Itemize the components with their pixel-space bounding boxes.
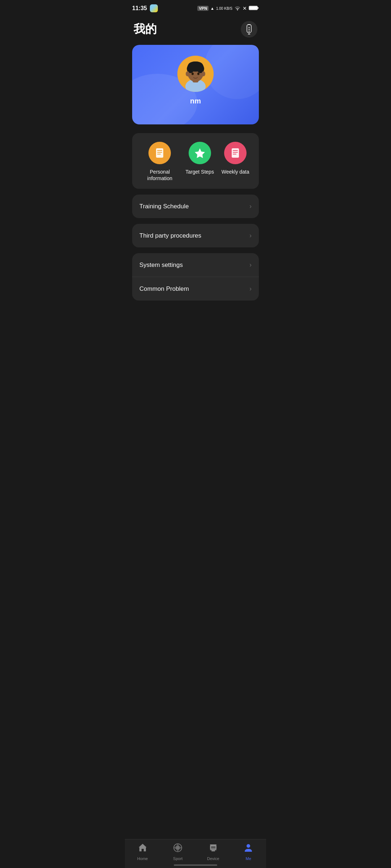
svg-rect-27 xyxy=(233,152,238,153)
personal-info-icon-bg xyxy=(148,142,171,164)
training-schedule-card: Training Schedule › xyxy=(132,195,259,218)
target-steps-action[interactable]: Target Steps xyxy=(185,142,214,175)
common-problem-label: Common Problem xyxy=(139,285,189,293)
common-problem-chevron: › xyxy=(249,285,252,293)
svg-rect-28 xyxy=(233,154,236,154)
svg-rect-7 xyxy=(248,24,250,25)
device-button[interactable] xyxy=(241,21,257,38)
target-steps-icon-bg xyxy=(189,142,211,164)
third-party-label: Third party procedures xyxy=(139,232,201,239)
status-bar: 11:35 VPN ▲ 1.00 KB/S ✕ xyxy=(125,0,266,15)
signal-x-icon: ✕ xyxy=(243,5,247,11)
svg-point-16 xyxy=(188,61,203,69)
profile-name: nm xyxy=(190,97,201,105)
target-steps-icon xyxy=(194,147,206,159)
settings-card: System settings › Common Problem › xyxy=(132,253,259,301)
battery-icon xyxy=(249,5,259,11)
svg-point-20 xyxy=(202,71,205,76)
svg-rect-25 xyxy=(232,148,239,158)
training-schedule-chevron: › xyxy=(249,203,252,210)
status-icons: VPN ▲ 1.00 KB/S ✕ xyxy=(197,5,259,11)
training-schedule-label: Training Schedule xyxy=(139,203,189,210)
avatar xyxy=(177,56,214,92)
svg-point-4 xyxy=(249,27,250,28)
page-header: 我的 xyxy=(125,15,266,45)
personal-info-action[interactable]: Personal information xyxy=(142,142,178,182)
training-schedule-item[interactable]: Training Schedule › xyxy=(132,195,259,218)
personal-info-icon xyxy=(154,147,165,159)
weekly-data-label: Weekly data xyxy=(222,169,249,175)
svg-rect-21 xyxy=(156,148,163,158)
speed-indicator: 1.00 KB/S xyxy=(216,7,232,10)
third-party-card: Third party procedures › xyxy=(132,224,259,247)
personal-info-label: Personal information xyxy=(142,169,178,182)
svg-point-19 xyxy=(186,71,189,76)
avatar-illustration xyxy=(177,56,214,92)
system-settings-item[interactable]: System settings › xyxy=(132,253,259,277)
bluetooth-icon: ▲ xyxy=(210,6,214,10)
svg-point-18 xyxy=(197,73,199,75)
weekly-data-icon xyxy=(230,147,241,159)
svg-rect-26 xyxy=(233,150,238,151)
svg-rect-1 xyxy=(249,7,257,9)
weather-icon xyxy=(150,4,158,12)
weekly-data-icon-bg xyxy=(224,142,247,164)
third-party-chevron: › xyxy=(249,232,252,239)
weekly-data-action[interactable]: Weekly data xyxy=(222,142,249,175)
svg-rect-23 xyxy=(157,152,162,153)
system-settings-chevron: › xyxy=(249,261,252,269)
svg-point-17 xyxy=(192,73,194,75)
wifi-icon xyxy=(234,5,241,11)
target-steps-label: Target Steps xyxy=(185,169,214,175)
system-settings-label: System settings xyxy=(139,261,183,269)
svg-rect-24 xyxy=(157,154,161,154)
svg-rect-22 xyxy=(157,150,162,151)
quick-actions: Personal information Target Steps Weekly… xyxy=(132,133,259,189)
third-party-item[interactable]: Third party procedures › xyxy=(132,224,259,247)
status-time: 11:35 xyxy=(132,5,147,12)
svg-point-5 xyxy=(249,29,250,30)
page-title: 我的 xyxy=(134,21,157,37)
svg-rect-8 xyxy=(248,34,250,34)
smartwatch-icon xyxy=(245,24,253,34)
vpn-badge: VPN xyxy=(197,6,209,11)
svg-point-6 xyxy=(249,31,250,32)
profile-card[interactable]: nm xyxy=(132,45,259,124)
svg-rect-2 xyxy=(257,7,258,9)
common-problem-item[interactable]: Common Problem › xyxy=(132,277,259,301)
